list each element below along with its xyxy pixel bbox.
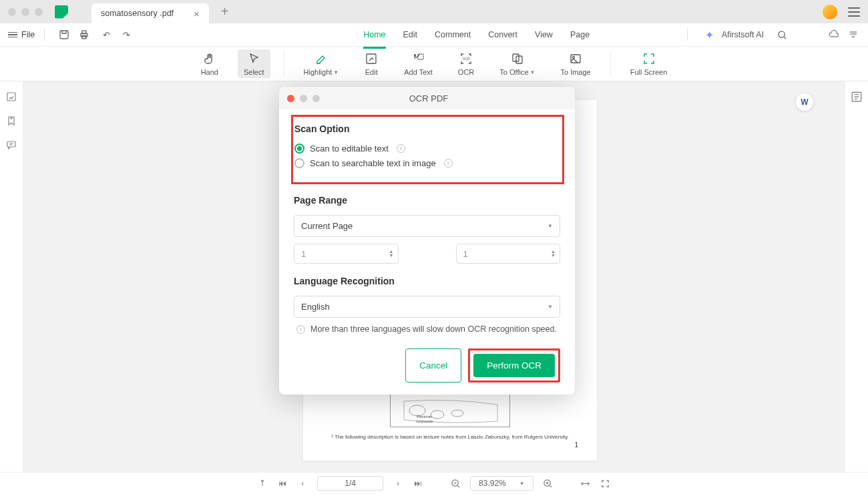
ribbon-label: Hand [201,68,218,76]
svg-point-4 [778,31,784,37]
chevron-down-icon: ▼ [333,69,339,75]
modal-body: Scan Option Scan to editable text i Scan… [279,109,575,395]
thumbnails-icon[interactable] [5,91,17,103]
scan-option-highlight: Scan Option Scan to editable text i Scan… [291,115,564,184]
file-menu-button[interactable]: File [8,30,35,39]
first-page-icon[interactable]: ⏮ [277,478,288,489]
chevron-down-icon: ▼ [530,69,535,75]
select-value: Current Page [301,221,353,231]
ocr-button[interactable]: OCR OCR [452,49,480,78]
collapse-ribbon-icon[interactable] [848,29,860,41]
office-icon [510,51,525,66]
comments-icon[interactable] [5,139,17,151]
radio-label: Scan to editable text [310,144,389,154]
scan-editable-radio[interactable]: Scan to editable text i [294,144,558,154]
hamburger-menu-icon[interactable] [848,7,860,17]
svg-rect-10 [571,55,580,63]
scan-searchable-radio[interactable]: Scan to searchable text in image i [294,158,558,168]
search-icon[interactable] [777,29,787,40]
app-logo-icon [55,5,68,19]
select-value: English [301,302,330,312]
zoom-select[interactable]: 83.92% ▼ [470,476,533,491]
tab-comment[interactable]: Comment [435,27,471,42]
zoom-in-icon[interactable] [543,478,554,489]
page-range-title: Page Range [294,195,560,206]
edit-tool-button[interactable]: Edit [358,49,385,78]
fullscreen-button[interactable]: Full Screen [624,49,674,78]
user-avatar-icon[interactable] [823,5,837,19]
note-text: More than three languages will slow down… [310,324,557,334]
ribbon-label: To Office▼ [499,68,535,76]
select-tool-button[interactable]: Select [238,49,270,78]
document-tab[interactable]: somatosensory .pdf × [91,3,209,23]
next-page-icon[interactable]: › [393,478,403,489]
edit-icon [364,51,379,66]
cancel-button[interactable]: Cancel [405,348,461,383]
ribbon-label: Edit [365,68,378,76]
to-office-button[interactable]: To Office▼ [493,49,541,78]
zoom-value: 83.92% [479,479,506,488]
ribbon-label: Highlight▼ [304,68,339,76]
page-indicator[interactable]: 1/4 [317,476,383,491]
fit-width-icon[interactable] [580,478,591,489]
cloud-icon[interactable] [828,29,840,41]
ai-label[interactable]: Afirstsoft AI [722,30,764,39]
info-icon[interactable]: i [444,159,453,168]
undo-icon[interactable]: ↶ [101,29,112,40]
page-range-inputs: 1 ▲▼ 1 ▲▼ [294,244,560,264]
file-label: File [21,30,35,39]
radio-unchecked-icon [294,158,304,168]
modal-title: OCR PDF [290,93,567,103]
add-text-icon [411,51,426,66]
chevron-down-icon: ▼ [519,481,525,487]
perform-ocr-button[interactable]: Perform OCR [473,354,555,377]
tab-page[interactable]: Page [570,27,590,42]
svg-rect-13 [7,142,15,147]
tab-home[interactable]: Home [363,27,385,42]
tab-edit[interactable]: Edit [403,27,418,42]
scroll-to-top-icon[interactable]: ⤒ [257,478,268,489]
highlight-tool-button[interactable]: Highlight▼ [298,49,345,78]
language-title: Language Recognition [294,276,560,286]
previous-page-icon[interactable]: ‹ [297,478,308,489]
svg-rect-2 [82,31,86,33]
hand-tool-button[interactable]: Hand [195,49,224,78]
menu-icon [8,32,17,38]
input-value: 1 [301,249,306,259]
left-rail [0,81,23,472]
maximize-window-icon[interactable] [35,8,43,16]
sparkle-icon: ✦ [705,29,714,41]
bookmarks-icon[interactable] [5,115,17,127]
close-window-icon[interactable] [8,8,16,16]
to-image-button[interactable]: To Image [554,49,596,78]
tab-title: somatosensory .pdf [101,9,174,18]
tab-view[interactable]: View [535,27,553,42]
ocr-modal: OCR PDF Scan Option Scan to editable tex… [279,87,575,395]
svg-point-17 [451,410,463,417]
page-range-select[interactable]: Current Page ▼ [294,215,560,237]
save-icon[interactable] [59,29,69,40]
top-toolbar: File ↶ ↷ Home Edit Comment Convert View … [0,23,868,47]
zoom-out-icon[interactable] [450,478,461,489]
print-icon[interactable] [79,29,89,40]
chevron-down-icon: ▼ [548,304,553,310]
scan-option-title: Scan Option [294,123,558,134]
word-export-badge-icon[interactable]: W [796,93,813,111]
minimize-window-icon[interactable] [21,8,29,16]
spinner-icon[interactable]: ▲▼ [389,250,394,258]
info-icon: i [296,325,305,334]
range-to-input[interactable]: 1 ▲▼ [456,244,561,264]
info-icon[interactable]: i [397,144,405,153]
last-page-icon[interactable]: ⏭ [413,478,423,489]
annotations-icon[interactable] [851,91,863,103]
language-select[interactable]: English ▼ [294,296,560,318]
redo-icon[interactable]: ↷ [121,29,132,40]
fit-page-icon[interactable] [600,478,611,489]
new-tab-button[interactable]: + [221,4,229,19]
toolbar-separator [687,29,688,41]
add-text-button[interactable]: Add Text [398,49,439,78]
spinner-icon[interactable]: ▲▼ [551,250,556,258]
range-from-input[interactable]: 1 ▲▼ [294,244,399,264]
tab-convert[interactable]: Convert [488,27,517,42]
close-tab-icon[interactable]: × [194,8,200,19]
